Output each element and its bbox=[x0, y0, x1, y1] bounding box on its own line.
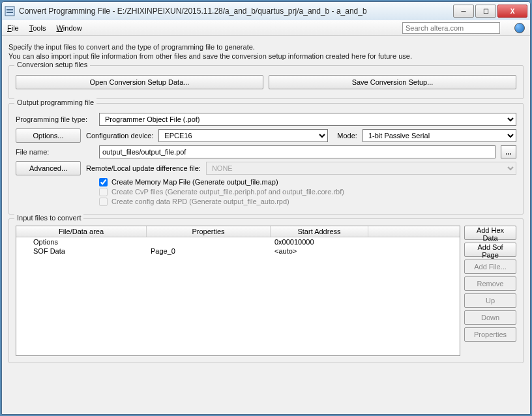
table-row[interactable]: Options 0x00010000 bbox=[16, 237, 460, 246]
globe-icon[interactable] bbox=[514, 23, 525, 33]
chk-rpd-box bbox=[99, 198, 108, 206]
add-sof-button[interactable]: Add Sof Page bbox=[464, 243, 516, 257]
table-body: Options 0x00010000 SOF Data Page_0 <auto… bbox=[16, 237, 460, 256]
minimize-button[interactable]: ─ bbox=[453, 5, 474, 18]
window: Convert Programming File - E:/ZHIXINPEIX… bbox=[1, 1, 531, 415]
svg-rect-1 bbox=[7, 9, 13, 10]
close-button[interactable]: X bbox=[497, 5, 527, 18]
menu-window[interactable]: Window bbox=[56, 24, 81, 32]
chk-rpd-label: Create config data RPD (Generate output_… bbox=[111, 198, 289, 205]
chk-rpd: Create config data RPD (Generate output_… bbox=[99, 198, 516, 206]
svg-rect-2 bbox=[7, 12, 13, 13]
col-file-data: File/Data area bbox=[16, 226, 147, 237]
remove-button: Remove bbox=[464, 276, 516, 291]
browse-button[interactable]: ... bbox=[501, 145, 516, 158]
side-buttons: Add Hex Data Add Sof Page Add File... Re… bbox=[464, 226, 516, 356]
config-device-select[interactable]: EPCE16 bbox=[158, 129, 328, 142]
chk-memory-map-label: Create Memory Map File (Generate output_… bbox=[111, 178, 278, 186]
open-conversion-button[interactable]: Open Conversion Setup Data... bbox=[16, 75, 263, 89]
menu-file[interactable]: File bbox=[7, 24, 19, 32]
group-legend: Input files to convert bbox=[14, 214, 83, 222]
app-icon bbox=[5, 6, 15, 16]
col-start-address: Start Address bbox=[271, 226, 368, 237]
menu-tools[interactable]: Tools bbox=[29, 24, 46, 32]
maximize-button[interactable]: ☐ bbox=[475, 5, 496, 18]
col-properties: Properties bbox=[147, 226, 271, 237]
group-legend: Output programming file bbox=[14, 98, 96, 106]
titlebar: Convert Programming File - E:/ZHIXINPEIX… bbox=[2, 2, 530, 20]
save-conversion-button[interactable]: Save Conversion Setup... bbox=[269, 75, 516, 89]
window-controls: ─ ☐ X bbox=[452, 5, 527, 18]
options-button[interactable]: Options... bbox=[16, 128, 81, 143]
remote-label: Remote/Local update difference file: bbox=[86, 164, 201, 172]
up-button: Up bbox=[464, 293, 516, 308]
group-conversion-setup: Conversion setup files Open Conversion S… bbox=[8, 65, 524, 99]
file-name-label: File name: bbox=[16, 148, 94, 156]
chk-memory-map-box[interactable] bbox=[99, 178, 108, 186]
group-input-files: Input files to convert File/Data area Pr… bbox=[8, 218, 524, 363]
properties-button: Properties bbox=[464, 327, 516, 342]
menubar: File Tools Window bbox=[2, 20, 530, 36]
advanced-button[interactable]: Advanced... bbox=[16, 161, 81, 175]
group-output-programming: Output programming file Programming file… bbox=[8, 103, 524, 215]
file-name-input[interactable] bbox=[99, 145, 495, 158]
add-file-button: Add File... bbox=[464, 260, 516, 274]
chk-cvp: Create CvP files (Generate output_file.p… bbox=[99, 188, 516, 196]
mode-select[interactable]: 1-bit Passive Serial bbox=[362, 129, 516, 142]
remote-select: NONE bbox=[206, 162, 516, 175]
chk-cvp-label: Create CvP files (Generate output_file.p… bbox=[111, 188, 344, 196]
table-header: File/Data area Properties Start Address bbox=[16, 226, 460, 237]
input-files-table[interactable]: File/Data area Properties Start Address … bbox=[16, 226, 460, 356]
table-row[interactable]: SOF Data Page_0 <auto> bbox=[16, 246, 460, 256]
down-button: Down bbox=[464, 310, 516, 325]
window-title: Convert Programming File - E:/ZHIXINPEIX… bbox=[19, 7, 452, 16]
chk-memory-map[interactable]: Create Memory Map File (Generate output_… bbox=[99, 178, 516, 186]
intro-text: Specify the input files to convert and t… bbox=[8, 42, 524, 61]
add-hex-button[interactable]: Add Hex Data bbox=[464, 226, 516, 240]
prog-type-select[interactable]: Programmer Object File (.pof) bbox=[99, 113, 516, 126]
chk-cvp-box bbox=[99, 188, 108, 196]
content-area: Specify the input files to convert and t… bbox=[2, 36, 530, 414]
group-legend: Conversion setup files bbox=[14, 61, 90, 68]
config-device-label: Configuration device: bbox=[86, 132, 153, 140]
search-input[interactable] bbox=[402, 22, 500, 34]
mode-label: Mode: bbox=[337, 132, 357, 140]
svg-rect-0 bbox=[5, 7, 14, 16]
prog-type-label: Programming file type: bbox=[16, 115, 94, 123]
